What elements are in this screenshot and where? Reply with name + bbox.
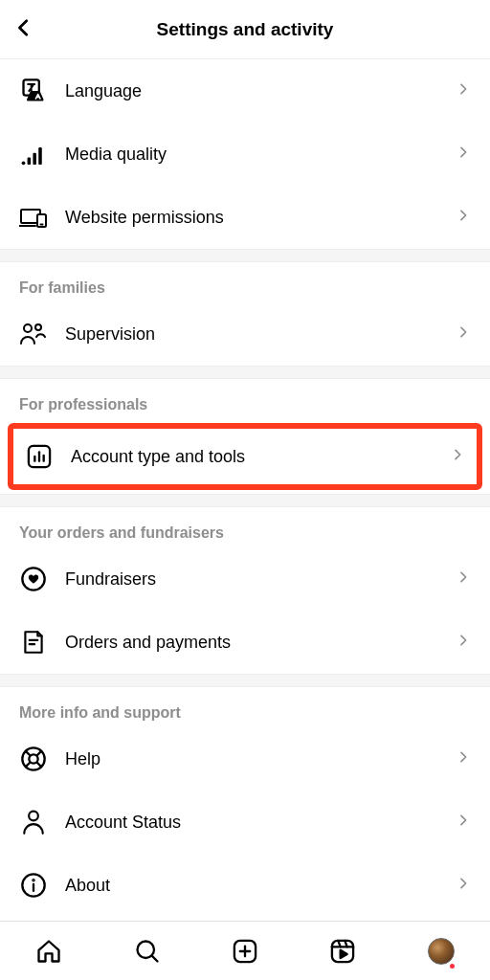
nav-create[interactable] xyxy=(226,932,264,970)
section-header-professionals: For professionals xyxy=(0,379,490,419)
chevron-right-icon xyxy=(456,324,471,344)
people-icon xyxy=(19,320,48,348)
svg-line-29 xyxy=(151,955,157,961)
row-label: Account type and tools xyxy=(71,447,450,467)
row-label: Media quality xyxy=(65,145,456,165)
info-icon xyxy=(19,871,48,900)
chevron-right-icon xyxy=(456,208,471,227)
row-language[interactable]: Language xyxy=(0,59,490,122)
section-header-orders: Your orders and fundraisers xyxy=(0,507,490,547)
chevron-right-icon xyxy=(456,81,471,100)
row-label: Supervision xyxy=(65,324,456,345)
row-label: Website permissions xyxy=(65,208,456,228)
row-account-type-tools[interactable]: Account type and tools xyxy=(13,429,477,484)
svg-line-23 xyxy=(37,763,42,768)
devices-icon xyxy=(19,203,48,232)
row-orders-payments[interactable]: Orders and payments xyxy=(0,611,490,674)
nav-home[interactable] xyxy=(30,932,68,970)
language-icon xyxy=(19,77,48,105)
svg-point-1 xyxy=(22,161,26,165)
notification-dot xyxy=(450,964,455,969)
bottom-nav xyxy=(0,921,490,980)
svg-point-27 xyxy=(33,880,33,880)
nav-reels[interactable] xyxy=(323,932,362,970)
section-header-info: More info and support xyxy=(0,687,490,727)
svg-rect-4 xyxy=(38,147,42,165)
header: Settings and activity xyxy=(0,0,490,59)
row-about[interactable]: About xyxy=(0,854,490,917)
svg-line-22 xyxy=(26,763,31,768)
chevron-right-icon xyxy=(450,447,465,466)
section-divider xyxy=(0,366,490,379)
svg-point-24 xyxy=(29,812,38,821)
row-supervision[interactable]: Supervision xyxy=(0,302,490,366)
signal-bars-icon xyxy=(19,140,48,168)
row-website-permissions[interactable]: Website permissions xyxy=(0,186,490,249)
row-label: Fundraisers xyxy=(65,569,456,590)
row-media-quality[interactable]: Media quality xyxy=(0,122,490,186)
nav-search[interactable] xyxy=(128,932,167,970)
row-label: About xyxy=(65,876,456,896)
section-divider xyxy=(0,674,490,687)
row-account-status[interactable]: Account Status xyxy=(0,791,490,854)
content-scroll[interactable]: Language Media quality W xyxy=(0,59,490,921)
row-fundraisers[interactable]: Fundraisers xyxy=(0,547,490,611)
lifebuoy-icon xyxy=(19,745,48,773)
svg-point-10 xyxy=(35,324,41,330)
chevron-right-icon xyxy=(456,145,471,164)
chevron-right-icon xyxy=(456,633,471,652)
row-label: Help xyxy=(65,749,456,769)
chart-box-icon xyxy=(25,442,54,471)
highlight-annotation: Account type and tools xyxy=(8,423,482,490)
person-icon xyxy=(19,808,48,836)
heart-circle-icon xyxy=(19,565,48,593)
page-title: Settings and activity xyxy=(13,19,477,40)
svg-line-20 xyxy=(26,751,31,756)
section-divider xyxy=(0,494,490,507)
row-label: Orders and payments xyxy=(65,633,456,653)
section-header-families: For families xyxy=(0,262,490,302)
chevron-right-icon xyxy=(456,749,471,768)
chevron-right-icon xyxy=(456,813,471,832)
row-label: Language xyxy=(65,81,456,101)
chevron-right-icon xyxy=(456,876,471,895)
svg-line-21 xyxy=(37,751,42,756)
row-help[interactable]: Help xyxy=(0,727,490,791)
chevron-right-icon xyxy=(456,569,471,589)
back-button[interactable] xyxy=(13,17,34,42)
receipt-icon xyxy=(19,628,48,657)
section-divider xyxy=(0,249,490,262)
row-label: Account Status xyxy=(65,813,456,833)
svg-rect-3 xyxy=(33,153,35,165)
svg-point-9 xyxy=(24,324,32,332)
svg-rect-2 xyxy=(28,158,31,166)
nav-profile[interactable] xyxy=(422,932,460,970)
avatar-icon xyxy=(428,938,455,965)
